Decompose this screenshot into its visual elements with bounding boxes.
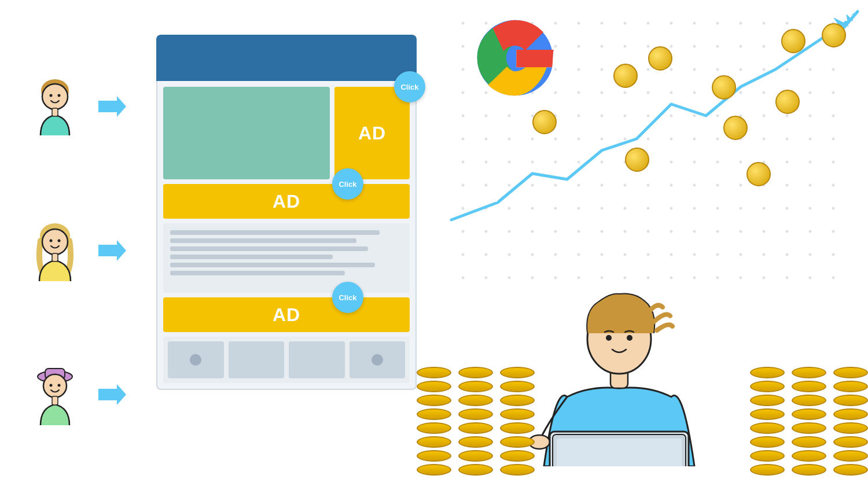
user-1-avatar: [29, 75, 81, 138]
svg-point-231: [606, 335, 612, 341]
svg-rect-10: [52, 253, 58, 261]
arrow-1: [93, 95, 127, 118]
coin-stack-2: [458, 367, 493, 478]
content-line-3: [170, 246, 368, 251]
svg-rect-236: [557, 439, 682, 466]
content-area: [163, 223, 410, 293]
svg-point-2: [50, 94, 53, 97]
top-right-ad: AD Click: [334, 87, 410, 179]
laptop-person: [509, 270, 729, 466]
coin-stack-r2: [792, 367, 826, 478]
thumb-4: [350, 341, 406, 378]
content-line-5: [170, 263, 375, 267]
svg-marker-5: [98, 96, 126, 117]
top-ads-row: AD Click: [163, 87, 410, 179]
mid-ad: AD Click: [163, 184, 410, 219]
svg-point-1: [42, 84, 68, 109]
coin: [417, 464, 451, 476]
top-ad-label: AD: [358, 123, 386, 144]
right-section: [417, 0, 868, 501]
svg-point-232: [627, 335, 632, 341]
user-row-3: [29, 363, 127, 426]
content-line-4: [170, 255, 333, 259]
browser-body: AD Click AD Click AD: [156, 81, 417, 390]
thumb-3: [289, 341, 345, 378]
trend-chart: [417, 0, 868, 278]
coin-stack-r1: [750, 367, 785, 478]
svg-point-16: [58, 384, 61, 386]
svg-point-8: [50, 239, 53, 242]
svg-point-20: [372, 354, 383, 366]
svg-point-15: [50, 384, 53, 386]
thumb-1: [168, 341, 224, 378]
user-3-avatar: [29, 363, 81, 426]
svg-rect-4: [52, 108, 58, 116]
browser-mockup: AD Click AD Click AD: [156, 35, 417, 457]
click-bubble-1: Click: [394, 71, 425, 102]
bottom-ad-label: AD: [273, 304, 300, 326]
svg-marker-11: [98, 240, 126, 261]
coin-stack-3: [500, 367, 535, 478]
thumb-2: [229, 341, 285, 378]
svg-marker-18: [98, 384, 126, 405]
svg-point-7: [42, 229, 68, 255]
svg-point-3: [58, 94, 61, 97]
mid-ad-label: AD: [273, 191, 300, 212]
browser-chrome: [156, 35, 417, 81]
svg-point-19: [190, 354, 201, 366]
click-bubble-3: Click: [332, 282, 363, 313]
content-line-6: [170, 271, 345, 275]
coin-stack-r3: [833, 367, 868, 478]
arrow-3: [93, 383, 127, 406]
user-2-avatar: [29, 219, 81, 282]
content-line-1: [170, 230, 380, 235]
bottom-ad: AD Click: [163, 297, 410, 332]
user-row-2: [29, 219, 127, 282]
user-row-1: [29, 75, 127, 138]
coin-stacks-left: [417, 367, 535, 478]
svg-point-14: [43, 374, 67, 397]
top-left-content: [163, 87, 330, 179]
coin-stacks-right: [750, 367, 868, 478]
content-line-2: [170, 238, 356, 243]
click-bubble-2: Click: [332, 168, 363, 200]
svg-rect-17: [52, 396, 58, 405]
svg-point-9: [58, 239, 61, 242]
users-section: [0, 0, 156, 501]
arrow-2: [93, 239, 127, 262]
coin-stack-1: [417, 367, 451, 478]
thumbnail-strip: [163, 337, 410, 383]
